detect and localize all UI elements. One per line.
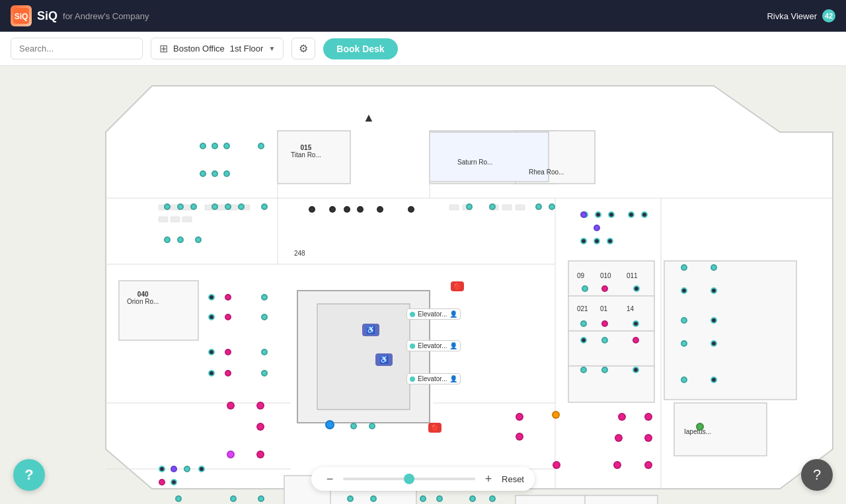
desk-dot[interactable] xyxy=(208,349,215,355)
desk-dot[interactable] xyxy=(489,495,496,502)
desk-dot[interactable] xyxy=(641,211,648,218)
desk-dot[interactable] xyxy=(580,367,587,373)
desk-dot[interactable] xyxy=(466,203,473,210)
desk-dot[interactable] xyxy=(633,320,639,327)
desk-dot[interactable] xyxy=(582,285,588,292)
desk-dot[interactable] xyxy=(208,314,215,320)
desk-dot[interactable] xyxy=(516,433,523,441)
desk-dot[interactable] xyxy=(633,337,639,343)
filter-button[interactable]: ⚙ xyxy=(291,38,315,59)
desk-dot[interactable] xyxy=(225,294,231,301)
desk-dot[interactable] xyxy=(212,203,218,210)
elevator-1-marker[interactable]: Elevator... 👤 xyxy=(406,308,461,320)
desk-dot[interactable] xyxy=(436,495,443,502)
desk-dot[interactable] xyxy=(208,294,215,301)
desk-dot[interactable] xyxy=(164,236,171,243)
desk-dot[interactable] xyxy=(208,370,215,377)
desk-dot[interactable] xyxy=(159,466,165,472)
desk-dot[interactable] xyxy=(225,203,231,210)
desk-dot[interactable] xyxy=(681,377,687,383)
desk-dot[interactable] xyxy=(258,495,264,502)
desk-dot[interactable] xyxy=(159,479,165,486)
desk-dot[interactable] xyxy=(711,340,717,347)
desk-dot[interactable] xyxy=(681,317,687,324)
desk-dot[interactable] xyxy=(190,203,197,210)
desk-dot[interactable] xyxy=(644,413,652,421)
desk-dot[interactable] xyxy=(613,461,621,469)
desk-dot[interactable] xyxy=(344,206,350,213)
desk-dot[interactable] xyxy=(261,349,268,355)
desk-dot[interactable] xyxy=(594,225,600,231)
desk-dot[interactable] xyxy=(350,423,357,429)
desk-dot[interactable] xyxy=(618,413,626,421)
desk-dot[interactable] xyxy=(369,423,375,429)
desk-dot[interactable] xyxy=(184,466,190,472)
zoom-slider[interactable] xyxy=(343,478,475,480)
desk-dot[interactable] xyxy=(696,423,704,431)
desk-dot[interactable] xyxy=(164,203,171,210)
desk-dot[interactable] xyxy=(516,413,523,421)
search-input[interactable] xyxy=(11,38,143,59)
desk-dot[interactable] xyxy=(633,285,640,292)
zoom-out-button[interactable]: − xyxy=(322,471,338,487)
desk-dot[interactable] xyxy=(711,377,717,383)
desk-dot[interactable] xyxy=(370,495,377,502)
desk-dot[interactable] xyxy=(200,143,206,149)
desk-dot[interactable] xyxy=(580,320,587,327)
desk-dot[interactable] xyxy=(681,264,687,271)
zoom-in-button[interactable]: + xyxy=(481,471,496,487)
desk-dot[interactable] xyxy=(325,420,334,429)
desk-dot[interactable] xyxy=(347,495,354,502)
desk-dot[interactable] xyxy=(601,337,608,343)
desk-dot[interactable] xyxy=(601,367,608,373)
desk-dot[interactable] xyxy=(261,370,268,377)
desk-dot[interactable] xyxy=(420,495,426,502)
desk-dot[interactable] xyxy=(615,434,623,442)
desk-dot[interactable] xyxy=(357,206,364,213)
desk-dot[interactable] xyxy=(261,203,268,210)
desk-dot[interactable] xyxy=(601,285,608,292)
desk-dot[interactable] xyxy=(681,340,687,347)
desk-dot[interactable] xyxy=(711,287,717,294)
desk-dot[interactable] xyxy=(238,203,245,210)
desk-dot[interactable] xyxy=(258,143,264,149)
desk-dot[interactable] xyxy=(681,287,687,294)
notification-badge[interactable]: 42 xyxy=(822,9,835,22)
location-selector[interactable]: ⊞ Boston Office 1st Floor ▼ xyxy=(151,38,284,59)
desk-dot[interactable] xyxy=(329,206,336,213)
desk-dot[interactable] xyxy=(256,450,264,458)
elevator-2-marker[interactable]: Elevator... 👤 xyxy=(406,340,461,351)
desk-dot[interactable] xyxy=(227,402,235,410)
help-left-button[interactable]: ? xyxy=(13,459,45,491)
desk-dot[interactable] xyxy=(200,170,206,177)
desk-dot[interactable] xyxy=(225,314,231,320)
help-right-button[interactable]: ? xyxy=(801,459,833,491)
desk-dot[interactable] xyxy=(535,203,542,210)
desk-dot[interactable] xyxy=(644,461,652,469)
desk-dot[interactable] xyxy=(580,211,587,218)
desk-dot[interactable] xyxy=(261,294,268,301)
desk-dot[interactable] xyxy=(594,238,600,244)
desk-dot[interactable] xyxy=(177,203,184,210)
desk-dot[interactable] xyxy=(256,402,264,410)
book-desk-button[interactable]: Book Desk xyxy=(323,38,397,59)
desk-dot[interactable] xyxy=(171,479,177,486)
desk-dot[interactable] xyxy=(261,314,268,320)
desk-dot[interactable] xyxy=(408,206,414,213)
desk-dot[interactable] xyxy=(212,143,218,149)
desk-dot[interactable] xyxy=(549,203,555,210)
desk-dot[interactable] xyxy=(601,320,608,327)
desk-dot[interactable] xyxy=(553,461,560,469)
reset-button[interactable]: Reset xyxy=(502,474,524,484)
desk-dot[interactable] xyxy=(489,203,496,210)
desk-dot[interactable] xyxy=(633,367,639,373)
desk-dot[interactable] xyxy=(607,238,613,244)
desk-dot[interactable] xyxy=(171,466,177,472)
desk-dot[interactable] xyxy=(711,264,717,271)
desk-dot[interactable] xyxy=(230,495,237,502)
desk-dot[interactable] xyxy=(223,170,230,177)
desk-dot[interactable] xyxy=(177,236,184,243)
desk-dot[interactable] xyxy=(256,423,264,431)
desk-dot[interactable] xyxy=(595,211,601,218)
desk-dot[interactable] xyxy=(195,236,202,243)
